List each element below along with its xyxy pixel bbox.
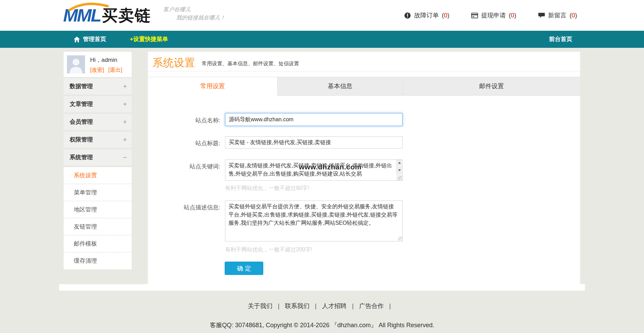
- sidebar-group-system[interactable]: 系统管理−: [63, 149, 132, 166]
- logo-swoosh-icon: [68, 2, 109, 11]
- site-name-input[interactable]: [225, 113, 403, 126]
- site-title-label: 站点标题:: [148, 139, 220, 147]
- keywords-hint: 有利于网站优化，一般不超过80字!: [225, 185, 309, 192]
- sidebar-item-cache-clear[interactable]: 缓存清理: [64, 252, 132, 269]
- site-keywords-textarea[interactable]: 买卖链,友情链接,外链代发,买链接,卖链接,链接平台,求购链接,外链出售,外链交…: [225, 159, 403, 181]
- main-panel: 系统设置 常用设置、基本信息、邮件设置、短信设置 常用设置 基本信息 邮件设置 …: [148, 51, 580, 285]
- site-description-label: 站点描述信息:: [148, 204, 220, 211]
- settings-tabs: 常用设置 基本信息 邮件设置: [148, 77, 580, 95]
- site-keywords-label: 站点关键词:: [148, 163, 220, 170]
- logo-mml-text: MML: [63, 3, 102, 27]
- minus-icon[interactable]: −: [123, 149, 127, 166]
- page-subtitle: 常用设置、基本信息、邮件设置、短信设置: [202, 60, 299, 67]
- sidebar-group-member[interactable]: 会员管理+: [63, 113, 132, 130]
- change-password-link[interactable]: [改密]: [90, 67, 104, 73]
- plus-icon[interactable]: +: [123, 78, 127, 95]
- fault-orders-link[interactable]: 故障订单 (0): [404, 11, 449, 19]
- scroll-up-button[interactable]: [397, 160, 403, 165]
- panel-header: 系统设置 常用设置、基本信息、邮件设置、短信设置: [148, 52, 580, 71]
- textarea-scrollbar[interactable]: [396, 160, 402, 180]
- resize-grip-icon[interactable]: [398, 237, 402, 241]
- arrow-down-icon: [398, 169, 401, 171]
- withdraw-requests-link[interactable]: 提现申请 (0): [471, 11, 516, 19]
- logo-cn-text: 买卖链: [102, 3, 151, 27]
- tab-common-settings[interactable]: 常用设置: [148, 77, 278, 96]
- nav-admin-home[interactable]: 管理首页: [73, 31, 106, 48]
- sidebar-user-box: Hi，admin [改密] [退出]: [63, 51, 132, 78]
- footer-link-about[interactable]: 关于我们: [248, 303, 272, 309]
- panel-bottom-strip: [59, 284, 585, 291]
- main-navbar: 管理首页 +设置快捷菜单 前台首页: [0, 31, 644, 48]
- sidebar-group-data[interactable]: 数据管理+: [63, 78, 132, 95]
- speech-bubble-icon: [538, 12, 545, 19]
- arrow-up-icon: [398, 162, 401, 164]
- page-title: 系统设置: [153, 56, 195, 70]
- notice-label: 故障订单: [414, 11, 439, 19]
- footer-link-ads[interactable]: 广告合作: [359, 303, 384, 309]
- sidebar-group-permission[interactable]: 权限管理+: [63, 131, 132, 148]
- exclamation-circle-icon: [404, 12, 411, 19]
- notice-count: (0): [442, 12, 449, 19]
- sidebar-item-friendlink-management[interactable]: 友链管理: [64, 218, 132, 235]
- plus-icon[interactable]: +: [123, 114, 127, 130]
- scroll-down-button[interactable]: [397, 167, 403, 173]
- top-header: MML 买卖链 客户在哪儿 我的链接就在哪儿！ 故障订单 (0) 提现申请 (0…: [0, 0, 644, 31]
- notice-label: 新留言: [548, 11, 566, 19]
- avatar: [67, 55, 85, 73]
- logout-link[interactable]: [退出]: [108, 67, 122, 73]
- nav-quick-menu-setting[interactable]: +设置快捷菜单: [130, 31, 168, 48]
- site-name-label: 站点名称:: [148, 116, 220, 124]
- bank-card-icon: [471, 12, 478, 19]
- sidebar-submenu: 系统设置 菜单管理 地区管理 友链管理 邮件模板 缓存清理: [63, 167, 132, 270]
- home-icon: [73, 36, 80, 43]
- logo-slogan: 客户在哪儿 我的链接就在哪儿！: [163, 5, 225, 22]
- footer-link-contact[interactable]: 联系我们: [285, 303, 309, 309]
- tab-basic-info[interactable]: 基本信息: [278, 77, 403, 96]
- sidebar-item-system-settings[interactable]: 系统设置: [64, 167, 132, 184]
- notice-count: (0): [570, 12, 577, 19]
- resize-grip-icon[interactable]: [398, 176, 402, 180]
- site-logo[interactable]: MML 买卖链: [63, 3, 151, 27]
- notice-count: (0): [509, 12, 516, 19]
- header-notices: 故障订单 (0) 提现申请 (0) 新留言 (0): [404, 0, 577, 31]
- tab-email-settings[interactable]: 邮件设置: [403, 77, 580, 96]
- sidebar-item-email-template[interactable]: 邮件模板: [64, 235, 132, 252]
- new-messages-link[interactable]: 新留言 (0): [538, 11, 577, 19]
- confirm-button[interactable]: 确 定: [225, 262, 263, 275]
- footer-links: 关于我们|联系我们|人才招聘|广告合作|: [0, 302, 644, 310]
- admin-page: MML 买卖链 客户在哪儿 我的链接就在哪儿！ 故障订单 (0) 提现申请 (0…: [0, 0, 644, 333]
- user-greeting: Hi，admin: [90, 56, 125, 64]
- plus-icon[interactable]: +: [123, 96, 127, 112]
- user-info: Hi，admin [改密] [退出]: [90, 56, 125, 74]
- footer-link-jobs[interactable]: 人才招聘: [322, 303, 347, 309]
- site-title-input[interactable]: [225, 136, 403, 149]
- sidebar-group-article[interactable]: 文章管理+: [63, 96, 132, 113]
- copyright-text: 客服QQ: 30748681, Copyright © 2014-2026 『d…: [0, 321, 644, 329]
- sidebar-item-menu-management[interactable]: 菜单管理: [64, 184, 132, 201]
- description-hint: 有利于网站优化，一般不超过200字!: [225, 246, 312, 253]
- plus-icon[interactable]: +: [123, 131, 127, 148]
- sidebar-item-region-management[interactable]: 地区管理: [64, 201, 132, 218]
- site-description-textarea[interactable]: 买卖链外链交易平台提供方便、快捷、安全的外链交易服务,友情链接平台,外链买卖,出…: [225, 200, 403, 241]
- notice-label: 提现申请: [481, 11, 506, 19]
- nav-frontend-home[interactable]: 前台首页: [549, 31, 572, 48]
